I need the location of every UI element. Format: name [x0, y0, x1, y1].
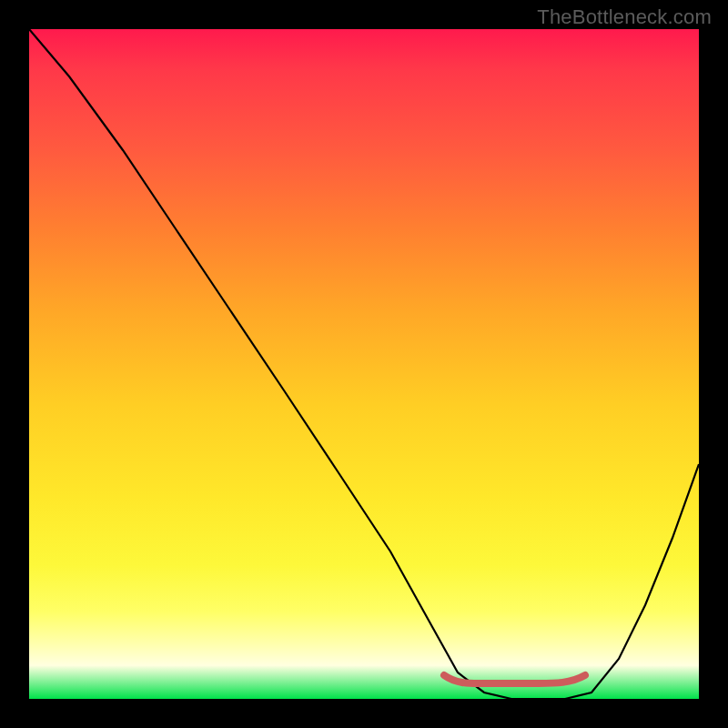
floor-hump: [444, 675, 585, 683]
chart-container: TheBottleneck.com: [0, 0, 728, 728]
main-curve: [29, 29, 699, 699]
plot-area: [29, 29, 699, 699]
watermark-text: TheBottleneck.com: [537, 5, 712, 29]
chart-svg: [29, 29, 699, 699]
